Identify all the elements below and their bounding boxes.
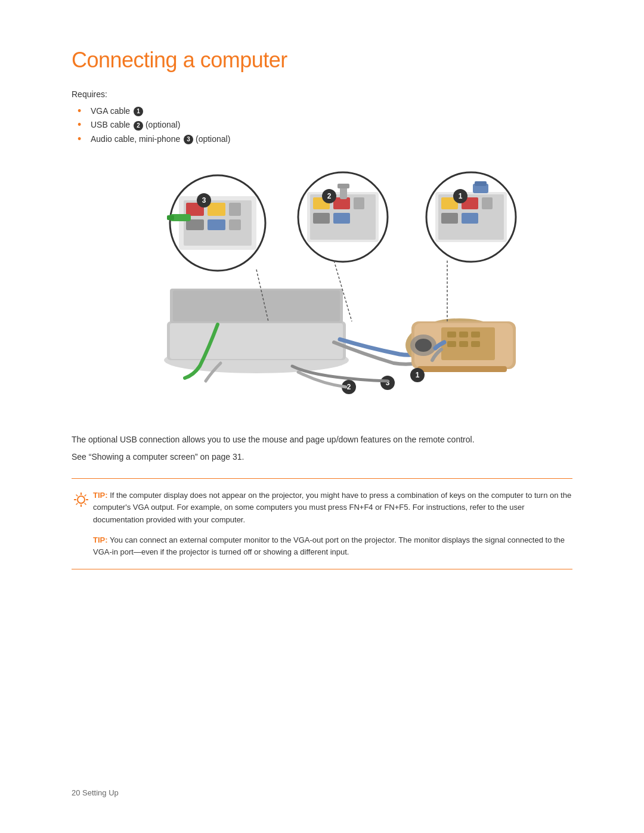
tip-label-2: TIP:	[93, 535, 108, 544]
svg-rect-44	[333, 213, 350, 224]
svg-rect-32	[229, 219, 241, 230]
svg-line-72	[76, 503, 78, 505]
bullet-item-text-3: Audio cable, mini-phone	[91, 134, 182, 144]
svg-rect-55	[441, 213, 458, 224]
svg-line-70	[85, 503, 86, 505]
tip-text-1: TIP: If the computer display does not ap…	[93, 490, 572, 525]
tip-row-1: TIP: If the computer display does not ap…	[72, 490, 572, 525]
svg-rect-29	[229, 203, 241, 216]
bullet-item-text-1: VGA cable	[91, 106, 132, 116]
connection-diagram: 2 3 1 3	[113, 163, 531, 414]
tip-row-2: TIP: You can connect an external compute…	[72, 534, 572, 558]
list-item: VGA cable 1	[78, 106, 572, 116]
svg-line-69	[76, 495, 78, 497]
svg-rect-31	[208, 219, 225, 230]
svg-rect-13	[471, 332, 480, 337]
svg-rect-11	[447, 332, 456, 337]
footer-text: 20 Setting Up	[72, 788, 119, 797]
bullet-item-optional-3: (optional)	[193, 134, 230, 144]
page: Connecting a computer Requires: VGA cabl…	[0, 0, 644, 833]
svg-text:2: 2	[347, 383, 351, 391]
svg-rect-17	[417, 366, 507, 372]
svg-rect-28	[208, 203, 225, 216]
svg-point-64	[78, 496, 85, 503]
svg-text:2: 2	[327, 192, 332, 200]
svg-rect-16	[471, 341, 480, 347]
circle-num-1: 1	[134, 107, 143, 116]
svg-rect-58	[475, 181, 487, 186]
body-text-usb: The optional USB connection allows you t…	[72, 433, 561, 446]
list-item: USB cable 2 (optional)	[78, 120, 572, 130]
svg-rect-42	[354, 197, 364, 209]
svg-rect-12	[459, 332, 468, 337]
svg-rect-46	[338, 184, 349, 188]
svg-text:1: 1	[459, 192, 463, 200]
diagram-container: 2 3 1 3	[72, 163, 572, 414]
requires-label: Requires:	[72, 89, 572, 99]
svg-rect-4	[173, 290, 340, 321]
tip-label-1: TIP:	[93, 491, 108, 500]
svg-rect-34	[167, 215, 174, 220]
footer: 20 Setting Up	[72, 788, 119, 797]
page-title: Connecting a computer	[72, 48, 572, 73]
svg-rect-15	[459, 341, 468, 347]
tip-content-2: You can connect an external computer mon…	[93, 535, 565, 556]
svg-text:1: 1	[416, 371, 420, 379]
svg-text:3: 3	[202, 196, 206, 205]
bullet-item-text-2: USB cable	[91, 120, 132, 129]
tip-text-2: TIP: You can connect an external compute…	[93, 534, 572, 558]
svg-rect-14	[447, 341, 456, 347]
svg-line-71	[85, 495, 86, 497]
tip-icon-1	[72, 490, 93, 511]
svg-rect-43	[313, 213, 330, 224]
tip-content-1: If the computer display does not appear …	[93, 491, 571, 524]
svg-rect-54	[482, 197, 493, 209]
svg-rect-2	[170, 323, 343, 359]
bullet-list: VGA cable 1 USB cable 2 (optional) Audio…	[78, 106, 572, 144]
svg-rect-56	[462, 213, 478, 224]
see-also-text: See “Showing a computer screen” on page …	[72, 452, 572, 462]
list-item: Audio cable, mini-phone 3 (optional)	[78, 134, 572, 144]
svg-point-9	[415, 339, 432, 352]
circle-num-2: 2	[134, 121, 143, 131]
bullet-item-optional-2: (optional)	[143, 120, 180, 129]
circle-num-3: 3	[184, 135, 193, 144]
tip-box: TIP: If the computer display does not ap…	[72, 478, 572, 569]
